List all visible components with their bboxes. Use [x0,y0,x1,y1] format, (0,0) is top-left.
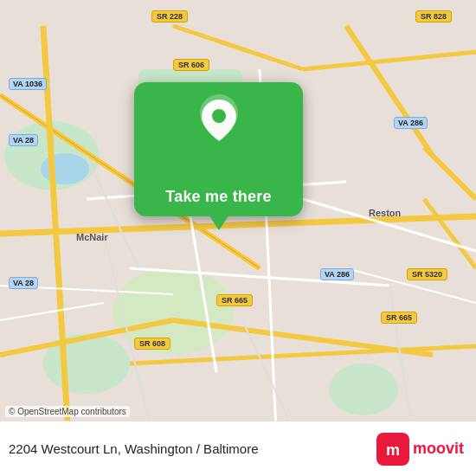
va1036-label: VA 1036 [9,78,47,90]
osm-attribution: © OpenStreetMap contributors [5,406,130,417]
moovit-text: moovit [413,440,464,458]
sr606-label: SR 606 [173,59,209,71]
sr665-right-label: SR 665 [381,312,417,324]
address-text: 2204 Westcourt Ln, Washington / Baltimor… [9,441,258,456]
sr608-label: SR 608 [134,338,170,350]
va28-top-label: VA 28 [9,134,38,146]
sr5320-label: SR 5320 [407,268,447,280]
moovit-icon: m [376,433,409,466]
sr228-label: SR 228 [151,10,188,23]
pin-svg [200,98,238,143]
va286-bottom-label: VA 286 [320,268,354,280]
svg-point-34 [212,109,226,123]
take-me-there-label: Take me there [165,188,271,206]
sr665-mid-label: SR 665 [216,294,253,306]
moovit-logo: m moovit [376,433,464,466]
va28-mid-label: VA 28 [9,277,38,289]
map-container: SR 228 SR 828 SR 606 VA 1036 VA 28 VA 28… [0,0,476,476]
svg-point-4 [329,363,398,415]
sr828-label: SR 828 [415,10,452,23]
mcnair-label: McNair [76,232,108,242]
svg-point-6 [41,153,89,184]
reston-label: Reston [369,208,401,218]
take-me-there-card[interactable]: Take me there [134,82,303,216]
va286-right-label: VA 286 [394,117,428,129]
svg-text:m: m [386,441,400,459]
bottom-bar: 2204 Westcourt Ln, Washington / Baltimor… [0,421,476,476]
